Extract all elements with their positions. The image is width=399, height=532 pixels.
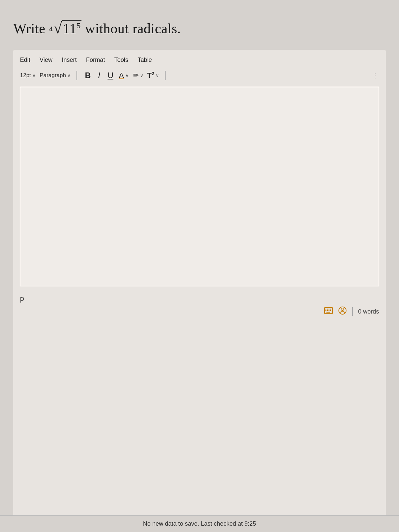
footer-bar: No new data to save. Last checked at 9:2… bbox=[0, 515, 399, 532]
bottom-bar: 0 words bbox=[20, 303, 379, 320]
underline-button[interactable]: U bbox=[106, 70, 115, 81]
footer-text: No new data to save. Last checked at 9:2… bbox=[143, 520, 256, 527]
page-container: Write 4 √ 115 without radicals. Edit Vie… bbox=[0, 0, 399, 532]
keyboard-icon[interactable] bbox=[324, 306, 333, 317]
menu-bar: Edit View Insert Format Tools Table bbox=[20, 57, 379, 64]
toolbar-divider-2 bbox=[165, 71, 166, 80]
radicand-exp: 5 bbox=[76, 21, 81, 30]
bold-button[interactable]: B bbox=[83, 70, 92, 81]
text-area-inner[interactable] bbox=[20, 87, 379, 286]
font-size-select[interactable]: 12pt ∨ bbox=[20, 72, 36, 79]
font-size-chevron: ∨ bbox=[32, 73, 36, 78]
superscript-chevron: ∨ bbox=[156, 73, 159, 78]
radicand-base: 11 bbox=[63, 21, 76, 36]
editor-wrapper: Edit View Insert Format Tools Table 12pt… bbox=[13, 50, 386, 532]
svg-rect-8 bbox=[330, 310, 331, 311]
svg-rect-7 bbox=[329, 310, 330, 311]
radical-index: 4 bbox=[49, 25, 53, 33]
paragraph-label: Paragraph bbox=[40, 72, 66, 79]
menu-item-view[interactable]: View bbox=[40, 57, 53, 64]
menu-item-format[interactable]: Format bbox=[86, 57, 105, 64]
toolbar: 12pt ∨ Paragraph ∨ B I U A ∨ ✏ ∨ T2 ∨ bbox=[20, 68, 379, 83]
toolbar-divider-1 bbox=[76, 71, 77, 80]
radical-radicand: 115 bbox=[62, 20, 81, 37]
menu-item-edit[interactable]: Edit bbox=[20, 57, 30, 64]
italic-button[interactable]: I bbox=[96, 70, 102, 81]
font-color-label: A bbox=[119, 71, 124, 80]
radical-sign: √ bbox=[54, 21, 62, 36]
svg-rect-4 bbox=[330, 309, 331, 309]
svg-rect-5 bbox=[326, 310, 327, 311]
paragraph-chevron: ∨ bbox=[67, 73, 70, 78]
math-expression: 4 √ 115 bbox=[49, 20, 81, 37]
more-options-button[interactable]: ⋮ bbox=[372, 71, 379, 79]
upload-icon[interactable] bbox=[338, 306, 347, 317]
superscript-label: T2 bbox=[147, 71, 154, 80]
font-color-select[interactable]: A ∨ bbox=[119, 71, 129, 80]
svg-rect-2 bbox=[327, 309, 328, 309]
menu-item-tools[interactable]: Tools bbox=[114, 57, 128, 64]
svg-rect-1 bbox=[326, 309, 327, 309]
svg-rect-9 bbox=[326, 312, 330, 313]
question-title: Write 4 √ 115 without radicals. bbox=[13, 20, 386, 37]
highlight-chevron: ∨ bbox=[140, 73, 143, 78]
text-after: without radicals. bbox=[85, 21, 181, 36]
svg-rect-3 bbox=[329, 309, 330, 309]
paragraph-select[interactable]: Paragraph ∨ bbox=[40, 72, 70, 79]
menu-item-table[interactable]: Table bbox=[138, 57, 152, 64]
paragraph-label-p: p bbox=[20, 294, 379, 303]
text-before: Write bbox=[13, 21, 49, 36]
word-count: 0 words bbox=[358, 308, 379, 315]
font-size-label: 12pt bbox=[20, 72, 31, 79]
highlight-label: ✏ bbox=[133, 71, 139, 80]
text-editor-area[interactable] bbox=[20, 87, 379, 286]
bottom-divider bbox=[352, 307, 353, 316]
menu-item-insert[interactable]: Insert bbox=[62, 57, 77, 64]
svg-rect-6 bbox=[327, 310, 328, 311]
highlight-select[interactable]: ✏ ∨ bbox=[133, 71, 143, 80]
superscript-select[interactable]: T2 ∨ bbox=[147, 71, 159, 80]
font-color-chevron: ∨ bbox=[125, 73, 129, 78]
